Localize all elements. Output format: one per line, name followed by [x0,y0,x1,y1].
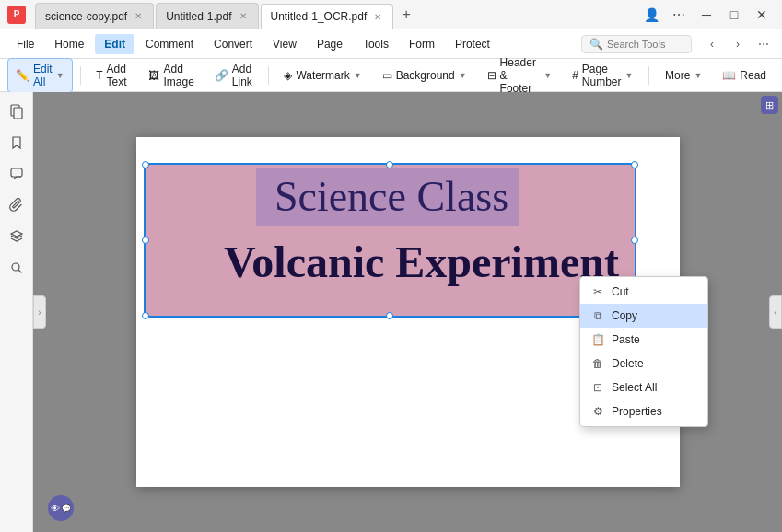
widget-icon: ⊞ [765,99,774,110]
read-button[interactable]: 📖 Read [714,64,775,87]
more-button[interactable]: More ▼ [657,64,710,87]
cut-label: Cut [612,285,629,298]
sidebar-search-icon[interactable] [5,256,29,280]
right-collapse-button[interactable]: ‹ [769,295,782,329]
new-tab-button[interactable]: + [395,4,417,26]
tab-label: Untitled-1_OCR.pdf [271,10,368,23]
paste-icon: 📋 [591,333,604,346]
add-text-icon: T [96,69,102,82]
tab-list: science-copy.pdf ✕ Untitled-1.pdf ✕ Unti… [35,0,638,29]
select-all-icon: ⊡ [591,381,604,394]
sidebar-comment-icon[interactable] [5,162,29,186]
forward-button[interactable]: › [727,33,749,55]
svg-rect-1 [14,108,22,119]
left-collapse-button[interactable]: › [33,295,46,329]
copy-icon: ⧉ [591,309,604,322]
sidebar-layers-icon[interactable] [5,225,29,249]
search-icon: 🔍 [589,38,603,51]
search-tools[interactable]: 🔍 [581,35,692,53]
maximize-button[interactable]: □ [721,6,747,24]
add-image-label: Add Image [163,63,193,88]
add-text-button[interactable]: T Add Text [88,58,136,93]
context-menu: ✂ Cut ⧉ Copy 📋 Paste 🗑 Delete ⊡ Select A… [579,276,708,427]
watermark-button[interactable]: ◈ Watermark ▼ [275,64,369,87]
separator-2 [268,66,269,85]
add-image-icon: 🖼 [148,69,159,82]
properties-icon: ⚙ [591,405,604,418]
menu-edit[interactable]: Edit [95,34,134,54]
copy-label: Copy [612,309,637,322]
more-label: More [665,69,690,82]
title-line1: Science Class [146,172,638,221]
header-footer-icon: ⊟ [487,69,496,82]
context-menu-copy[interactable]: ⧉ Copy [580,304,707,328]
sidebar-bookmark-icon[interactable] [5,131,29,155]
menu-bar: File Home Edit Comment Convert View Page… [0,29,782,59]
close-button[interactable]: ✕ [749,6,775,24]
edit-icon: ✏️ [16,69,29,82]
more-options-button[interactable]: ⋯ [753,33,775,55]
svg-rect-2 [11,168,22,177]
menu-view[interactable]: View [263,34,306,54]
more-dropdown-icon: ▼ [694,71,702,80]
tab-untitled1-ocr[interactable]: Untitled-1_OCR.pdf ✕ [261,4,394,29]
context-menu-delete[interactable]: 🗑 Delete [580,352,707,376]
add-image-button[interactable]: 🖼 Add Image [140,58,202,93]
top-right-widget[interactable]: ⊞ [761,96,778,114]
edit-all-label: Edit All [33,63,53,88]
menu-home[interactable]: Home [45,34,93,54]
separator-1 [80,66,81,85]
background-label: Background [396,69,455,82]
background-button[interactable]: ▭ Background ▼ [374,64,475,87]
page-number-button[interactable]: # Page Number ▼ [564,58,641,93]
menu-form[interactable]: Form [400,34,444,54]
watermark-label: Watermark [296,69,349,82]
tab-close-untitled1[interactable]: ✕ [238,9,249,23]
context-menu-cut[interactable]: ✂ Cut [580,280,707,304]
sidebar-attachment-icon[interactable] [5,193,29,217]
delete-label: Delete [612,357,644,370]
minimize-button[interactable]: ─ [694,6,719,24]
menu-convert[interactable]: Convert [204,34,262,54]
delete-icon: 🗑 [591,357,604,370]
cut-icon: ✂ [591,285,604,298]
tab-science-copy[interactable]: science-copy.pdf ✕ [35,3,154,29]
menu-tools[interactable]: Tools [354,34,398,54]
header-footer-label: Header & Footer [500,56,541,95]
context-menu-select-all[interactable]: ⊡ Select All [580,376,707,399]
ai-assistant-bubble[interactable]: 👁💬 [48,495,74,521]
menu-file[interactable]: File [7,34,43,54]
edit-all-button[interactable]: ✏️ Edit All ▼ [7,58,73,93]
tab-close-science-copy[interactable]: ✕ [133,9,144,23]
toolbar: ✏️ Edit All ▼ T Add Text 🖼 Add Image 🔗 A… [0,59,782,92]
app-icon: P [7,6,26,24]
page-number-label: Page Number [582,63,622,88]
window-controls: 👤 ⋯ ─ □ ✕ [638,6,775,24]
menu-page[interactable]: Page [308,34,352,54]
back-button[interactable]: ‹ [701,33,723,55]
menu-comment[interactable]: Comment [136,34,203,54]
paste-label: Paste [612,333,640,346]
sidebar-pages-icon[interactable] [5,99,29,123]
profile-button[interactable]: 👤 [638,6,664,24]
page-number-icon: # [572,69,578,82]
menu-button[interactable]: ⋯ [666,6,692,24]
canvas-area[interactable]: › Science Class Volcanic Experiment [33,92,782,532]
header-footer-dropdown-icon: ▼ [543,71,552,80]
ai-bubble-icon[interactable]: 👁💬 [48,495,74,521]
add-link-button[interactable]: 🔗 Add Link [206,58,261,93]
title-bar: P science-copy.pdf ✕ Untitled-1.pdf ✕ Un… [0,0,782,29]
background-dropdown-icon: ▼ [459,71,467,80]
add-text-label: Add Text [107,63,129,88]
read-icon: 📖 [722,69,736,82]
main-layout: › Science Class Volcanic Experiment [0,92,782,532]
search-input[interactable] [607,39,681,50]
select-all-label: Select All [612,381,657,394]
watermark-icon: ◈ [284,69,292,82]
left-sidebar [0,92,33,532]
tab-close-untitled1-ocr[interactable]: ✕ [372,10,383,24]
context-menu-paste[interactable]: 📋 Paste [580,328,707,352]
add-link-icon: 🔗 [215,69,228,82]
tab-untitled1[interactable]: Untitled-1.pdf ✕ [156,3,258,29]
context-menu-properties[interactable]: ⚙ Properties [580,399,707,423]
